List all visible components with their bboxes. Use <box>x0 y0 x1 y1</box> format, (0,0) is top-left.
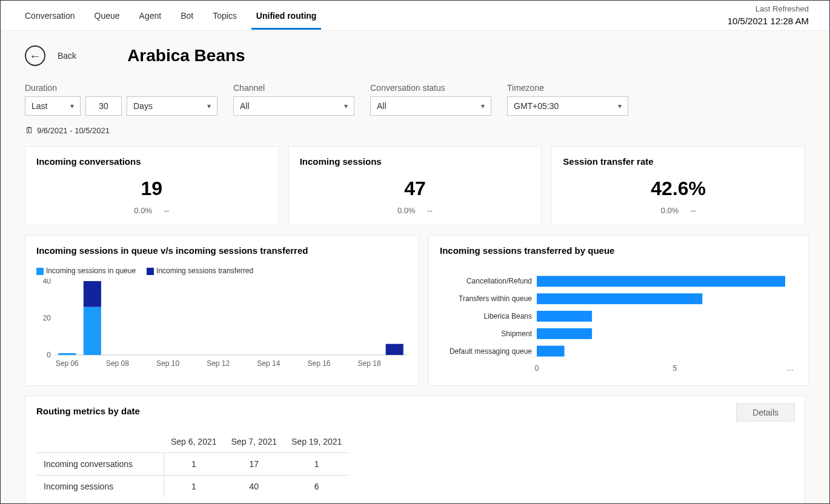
svg-text:Sep 14: Sep 14 <box>257 359 280 368</box>
cell: 1 <box>164 476 224 498</box>
kpi-pct: 0.0% <box>134 206 152 215</box>
svg-text:Transfers within queue: Transfers within queue <box>459 294 532 303</box>
kpi-title: Session transfer rate <box>563 156 794 167</box>
chevron-down-icon: ▾ <box>70 102 74 110</box>
svg-text:Shipment: Shipment <box>501 330 532 338</box>
channel-label: Channel <box>233 83 354 93</box>
back-label[interactable]: Back <box>58 51 76 61</box>
table-row: Incoming conversations1171 <box>36 453 349 476</box>
kpi-incoming-sessions: Incoming sessions 47 0.0% -- <box>288 146 542 225</box>
channel-value: All <box>240 101 250 111</box>
svg-text:Cancellation/Refund: Cancellation/Refund <box>466 277 532 285</box>
duration-unit-value: Days <box>133 101 153 111</box>
svg-text:5: 5 <box>672 364 677 373</box>
legend-a-label: Incoming sessions in queue <box>46 267 136 275</box>
table-row: Incoming sessions1406 <box>36 476 349 498</box>
tab-queue[interactable]: Queue <box>85 2 130 29</box>
chevron-down-icon: ▾ <box>481 102 485 110</box>
duration-unit-select[interactable]: Days ▾ <box>127 96 217 116</box>
chart2-svg: Cancellation/RefundTransfers within queu… <box>440 267 797 376</box>
legend-swatch-b <box>147 268 154 275</box>
filter-bar: Duration Last ▾ 30 Days ▾ 🗓 9/6/2021 - 1… <box>25 83 805 135</box>
duration-mode-select[interactable]: Last ▾ <box>25 96 81 116</box>
duration-count-value: 30 <box>99 101 108 111</box>
chart-title: Incoming sessions in queue v/s incoming … <box>36 245 407 256</box>
cell: 1 <box>164 453 224 476</box>
last-refreshed: Last Refreshed 10/5/2021 12:28 AM <box>728 4 815 27</box>
cell: 40 <box>224 476 285 498</box>
date-range-text: 9/6/2021 - 10/5/2021 <box>37 126 110 135</box>
kpi-title: Incoming sessions <box>300 156 531 167</box>
svg-rect-19 <box>537 311 592 322</box>
chevron-down-icon: ▾ <box>207 102 211 110</box>
svg-text:Sep 18: Sep 18 <box>358 359 381 368</box>
tab-topics[interactable]: Topics <box>203 2 247 29</box>
kpi-title: Incoming conversations <box>36 156 267 167</box>
kpi-sub: 0.0% -- <box>563 206 794 215</box>
kpi-sub: 0.0% -- <box>36 206 267 215</box>
svg-rect-4 <box>58 353 76 355</box>
legend-swatch-a <box>36 268 44 275</box>
cell: 6 <box>284 476 349 498</box>
kpi-trend: -- <box>427 206 433 215</box>
svg-text:0: 0 <box>535 364 539 373</box>
status-select[interactable]: All ▾ <box>370 96 491 116</box>
svg-text:Sep 16: Sep 16 <box>307 359 330 368</box>
routing-metrics-card: Routing metrics by date Details Sep 6, 2… <box>25 396 805 503</box>
tab-conversation[interactable]: Conversation <box>15 2 85 29</box>
svg-rect-6 <box>84 281 101 307</box>
chart-transferred-by-queue: Incoming sessions transferred by queue C… <box>428 235 809 386</box>
svg-text:Default messaging queue: Default messaging queue <box>450 347 532 356</box>
duration-mode-value: Last <box>32 101 47 111</box>
svg-rect-21 <box>537 328 592 339</box>
svg-rect-15 <box>537 276 785 287</box>
timezone-label: Timezone <box>507 83 628 93</box>
details-button[interactable]: Details <box>736 403 795 422</box>
svg-text:Sep 08: Sep 08 <box>106 359 129 368</box>
status-label: Conversation status <box>370 83 491 93</box>
arrow-left-icon: ← <box>29 50 41 62</box>
table-title: Routing metrics by date <box>36 406 794 416</box>
col-2: Sep 19, 2021 <box>284 431 349 453</box>
svg-rect-7 <box>386 344 403 355</box>
svg-rect-23 <box>537 346 565 357</box>
kpi-row: Incoming conversations 19 0.0% -- Incomi… <box>25 146 805 225</box>
col-1: Sep 7, 2021 <box>224 431 285 453</box>
cell: 17 <box>224 453 285 476</box>
timezone-select[interactable]: GMT+05:30 ▾ <box>507 96 628 116</box>
row-label: Incoming sessions <box>36 476 164 498</box>
channel-select[interactable]: All ▾ <box>233 96 354 116</box>
timezone-value: GMT+05:30 <box>514 101 559 111</box>
svg-text:20: 20 <box>43 314 51 322</box>
svg-text:Sep 06: Sep 06 <box>56 359 79 368</box>
chevron-down-icon: ▾ <box>618 102 622 110</box>
kpi-value: 47 <box>300 177 531 200</box>
nav-tabs: Conversation Queue Agent Bot Topics Unif… <box>1 1 829 31</box>
tab-agent[interactable]: Agent <box>130 2 171 29</box>
kpi-incoming-conversations: Incoming conversations 19 0.0% -- <box>25 146 279 225</box>
chevron-down-icon: ▾ <box>344 102 348 110</box>
tab-unified-routing[interactable]: Unified routing <box>247 2 327 29</box>
kpi-trend: -- <box>691 206 696 215</box>
kpi-sub: 0.0% -- <box>300 206 531 215</box>
col-0: Sep 6, 2021 <box>164 431 224 453</box>
kpi-value: 42.6% <box>563 177 794 200</box>
kpi-pct: 0.0% <box>397 206 416 215</box>
svg-rect-17 <box>537 293 702 304</box>
kpi-pct: 0.0% <box>661 206 679 215</box>
duration-count-input[interactable]: 30 <box>85 96 122 116</box>
tab-bot[interactable]: Bot <box>171 2 203 29</box>
table-header-row: Sep 6, 2021 Sep 7, 2021 Sep 19, 2021 <box>36 431 349 453</box>
row-label: Incoming conversations <box>36 453 164 476</box>
legend-b-label: Incoming sessions transferred <box>156 267 253 275</box>
svg-text:40: 40 <box>43 279 51 285</box>
chart-legend: Incoming sessions in queue Incoming sess… <box>36 267 407 275</box>
chart-sessions-vs-transferred: Incoming sessions in queue v/s incoming … <box>25 235 419 386</box>
chart-title: Incoming sessions transferred by queue <box>440 245 797 256</box>
svg-text:Sep 12: Sep 12 <box>207 359 230 368</box>
svg-text:Sep 10: Sep 10 <box>156 359 179 368</box>
svg-rect-5 <box>84 307 101 355</box>
page-title: Arabica Beans <box>127 46 245 65</box>
back-button[interactable]: ← <box>25 45 45 66</box>
last-refreshed-ts: 10/5/2021 12:28 AM <box>728 15 809 27</box>
